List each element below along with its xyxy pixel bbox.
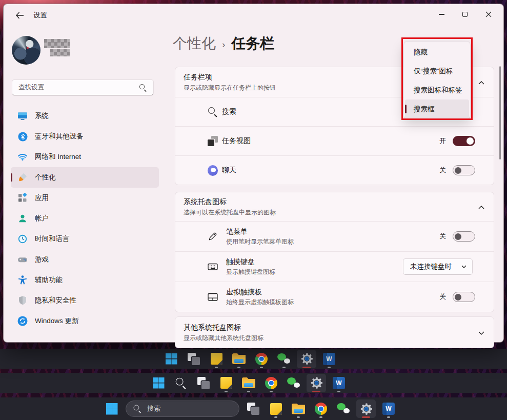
back-arrow-icon (15, 12, 24, 19)
word-button[interactable]: W (382, 402, 395, 415)
active-indicator (312, 391, 320, 392)
windows-logo-icon (165, 353, 177, 365)
pen-menu-sublabel: 使用笔时显示笔菜单图标 (226, 237, 294, 246)
running-indicator (237, 367, 240, 368)
row-chat[interactable]: 聊天 关 (175, 155, 494, 185)
chevron-up-icon[interactable] (478, 77, 484, 87)
folder-icon (242, 377, 255, 388)
taskbar-search-box[interactable]: 搜索 (126, 401, 239, 417)
sticky-notes-button[interactable] (269, 402, 282, 415)
running-indicator (328, 367, 331, 368)
settings-button[interactable] (300, 352, 313, 366)
row-virtual-touchpad[interactable]: 虚拟触摸板 始终显示虚拟触摸板图标 关 (175, 282, 494, 312)
start-button[interactable] (105, 402, 118, 415)
file-explorer-button[interactable] (232, 352, 246, 366)
gear-icon (300, 352, 313, 365)
task-view-state: 开 (439, 136, 446, 146)
file-explorer-button[interactable] (242, 376, 255, 390)
wechat-button[interactable] (337, 402, 350, 415)
touch-keyboard-sublabel: 显示触摸键盘图标 (226, 268, 275, 276)
chevron-down-icon[interactable] (478, 328, 484, 337)
sidebar-item-time-language[interactable]: 时间和语言 (11, 229, 159, 249)
row-task-view[interactable]: 任务视图 开 (175, 126, 494, 155)
section-subtitle: 显示或隐藏其他系统托盘图标 (184, 334, 485, 343)
section-title: 系统托盘图标 (184, 197, 485, 207)
sidebar: 查找设置 系统 蓝牙和其他设备 网络和 Internet (4, 27, 166, 342)
chevron-up-icon[interactable] (478, 202, 484, 211)
start-button[interactable] (165, 352, 178, 366)
file-explorer-button[interactable] (292, 402, 305, 415)
sticky-notes-icon (270, 403, 282, 415)
other-tray-header[interactable]: 其他系统托盘图标 显示或隐藏其他系统托盘图标 (175, 317, 494, 348)
task-view-button[interactable] (197, 376, 210, 390)
back-button[interactable] (11, 7, 28, 24)
row-pen-menu[interactable]: 笔菜单 使用笔时显示笔菜单图标 关 (175, 221, 494, 251)
chrome-button[interactable] (255, 352, 268, 366)
flyout-item-search-box[interactable]: 搜索框 (405, 99, 469, 118)
wechat-button[interactable] (287, 376, 300, 390)
taskbar-row-1: W (0, 349, 507, 369)
scrollbar-thumb[interactable] (499, 66, 501, 159)
row-search-label: 搜索 (222, 107, 236, 116)
close-button[interactable] (477, 5, 500, 24)
user-name-blurred (44, 39, 70, 48)
maximize-button[interactable] (453, 5, 477, 24)
flyout-item-search-icon-and-label[interactable]: 搜索图标和标签 (405, 81, 469, 99)
bluetooth-icon (17, 131, 28, 142)
running-indicator (337, 391, 340, 392)
virtual-touchpad-label: 虚拟触摸板 (226, 288, 294, 297)
taskbar-search-button[interactable] (174, 376, 188, 390)
touchpad-icon (208, 292, 218, 302)
sticky-notes-button[interactable] (219, 376, 233, 390)
avatar[interactable] (12, 36, 40, 65)
sidebar-item-windows-update[interactable]: Windows 更新 (11, 311, 159, 331)
sidebar-item-bluetooth[interactable]: 蓝牙和其他设备 (11, 126, 159, 147)
word-button[interactable]: W (332, 376, 346, 390)
pen-menu-state: 关 (439, 232, 446, 241)
accessibility-person-icon (17, 275, 28, 285)
sidebar-item-accounts[interactable]: 帐户 (11, 208, 159, 229)
sidebar-item-privacy[interactable]: 隐私和安全性 (11, 290, 159, 311)
chrome-icon (315, 403, 327, 415)
sticky-notes-button[interactable] (210, 352, 223, 366)
row-touch-keyboard[interactable]: 触摸键盘 显示触摸键盘图标 未连接键盘时 (175, 251, 494, 282)
sidebar-item-system[interactable]: 系统 (11, 106, 159, 126)
settings-search-input[interactable]: 查找设置 (12, 79, 154, 95)
chrome-button[interactable] (314, 402, 328, 415)
settings-button[interactable] (310, 376, 323, 390)
sidebar-item-label: 网络和 Internet (35, 152, 81, 162)
taskbar-row-2: W (0, 373, 507, 393)
window-title: 设置 (33, 11, 47, 20)
chat-state: 关 (439, 166, 446, 175)
task-view-button[interactable] (247, 402, 260, 415)
word-button[interactable]: W (322, 352, 336, 366)
chrome-button[interactable] (265, 376, 278, 390)
pen-menu-toggle[interactable] (453, 231, 475, 242)
task-view-icon (247, 403, 259, 415)
maximize-icon (462, 12, 468, 17)
sidebar-item-label: 游戏 (35, 255, 49, 264)
folder-icon (232, 353, 246, 364)
start-button[interactable] (152, 376, 165, 390)
minimize-button[interactable] (430, 5, 453, 24)
sidebar-item-apps[interactable]: 应用 (11, 188, 159, 208)
flyout-item-search-icon-only[interactable]: 仅“搜索”图标 (405, 62, 469, 81)
chat-toggle[interactable] (453, 165, 475, 175)
task-view-toggle[interactable] (453, 136, 475, 146)
flyout-item-hide[interactable]: 隐藏 (405, 43, 469, 62)
wechat-button[interactable] (277, 352, 291, 366)
virtual-touchpad-toggle[interactable] (453, 292, 475, 302)
folder-icon (292, 404, 305, 414)
sidebar-item-gaming[interactable]: 游戏 (11, 249, 159, 270)
task-view-button[interactable] (187, 352, 200, 366)
sidebar-item-personalization[interactable]: 个性化 (11, 167, 159, 188)
breadcrumb-parent[interactable]: 个性化 (173, 34, 216, 53)
settings-button[interactable] (359, 402, 373, 415)
system-tray-header[interactable]: 系统托盘图标 选择可以在系统托盘中显示的图标 (175, 192, 494, 221)
running-indicator (274, 416, 277, 418)
sidebar-item-accessibility[interactable]: 辅助功能 (11, 270, 159, 290)
touch-keyboard-mode-select[interactable]: 未连接键盘时 (403, 258, 473, 275)
search-icon (175, 377, 187, 389)
sidebar-item-network[interactable]: 网络和 Internet (11, 147, 159, 167)
sidebar-item-label: 系统 (35, 111, 49, 121)
